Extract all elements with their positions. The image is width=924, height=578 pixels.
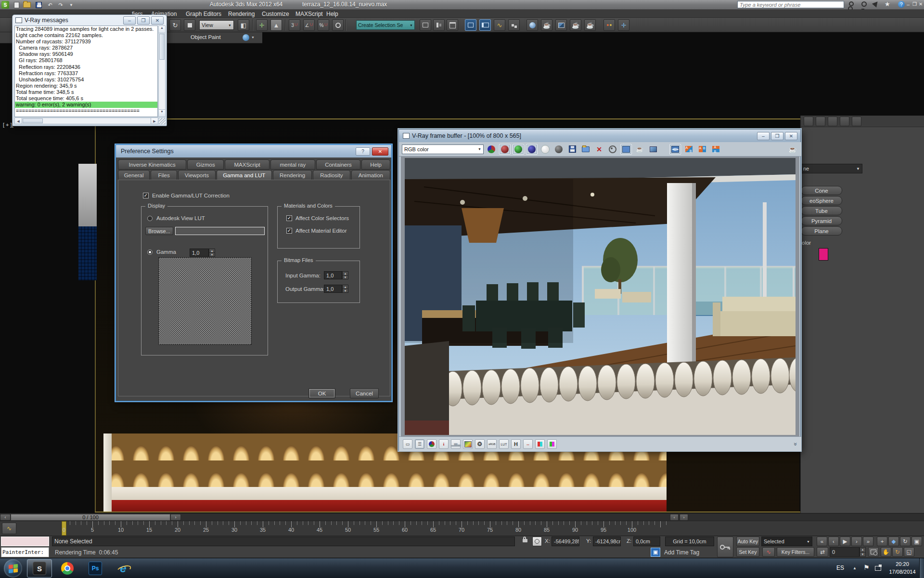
pan-hand-icon[interactable]: ✋ (881, 547, 891, 557)
taskbar-photoshop[interactable]: Ps (83, 559, 108, 578)
panel-icon-2[interactable] (816, 117, 825, 126)
menu-rendering[interactable]: Rendering (225, 10, 257, 18)
gamma-radio[interactable]: Gamma (147, 249, 176, 255)
timeline-mini-button-2[interactable]: › (680, 514, 688, 521)
show-desktop-button[interactable] (919, 558, 924, 578)
vfb-image-area[interactable] (401, 157, 799, 436)
scroll-up-arrow[interactable]: ▲ (159, 26, 165, 33)
scene-explorer-icon[interactable] (479, 19, 491, 31)
tab-rendering[interactable]: Rendering (273, 170, 312, 180)
snap-3d-icon[interactable]: 3∩ (289, 19, 300, 31)
track-bar[interactable]: ∿ 0 5 10 15 20 25 30 35 40 45 50 55 60 6… (0, 521, 924, 536)
tray-language[interactable]: ES (836, 565, 844, 571)
track-mouse-button[interactable] (607, 144, 618, 155)
spinner-up-icon[interactable]: ▲ (209, 249, 215, 253)
tab-mental-ray[interactable]: mental ray (270, 159, 315, 170)
curve-editor-icon[interactable]: ∿ (494, 19, 505, 31)
load-image-button[interactable] (580, 144, 591, 155)
monitor-icon[interactable] (647, 144, 659, 155)
create-plane-button[interactable]: Plane (801, 226, 842, 236)
time-slider-next[interactable]: › (170, 514, 181, 521)
orbit-subobject-icon[interactable]: ↻ (892, 547, 903, 557)
output-gamma-field[interactable]: 1,0 (324, 285, 342, 293)
selection-lock-icon[interactable]: ▲ (270, 19, 282, 31)
stereo-green-magenta-icon[interactable] (547, 439, 557, 449)
next-frame-button[interactable]: › (851, 537, 862, 546)
tray-clock[interactable]: 20:20 17/08/2014 (886, 560, 918, 577)
menu-customize[interactable]: Customize (259, 10, 292, 18)
spinner-down-icon[interactable]: ▼ (343, 276, 348, 279)
new-key-curve-icon[interactable]: ∿ (762, 547, 775, 557)
vray-messages-content[interactable]: Tracing 284089 image samples for light c… (14, 26, 158, 117)
spinner-up-icon[interactable]: ▲ (343, 285, 348, 289)
vray-messages-titlebar[interactable]: V-Ray messages – ❐ ✕ (13, 15, 167, 26)
vfb-titlebar[interactable]: V-Ray frame buffer - [100% of 800 x 565]… (399, 130, 800, 142)
tray-network-icon[interactable] (875, 565, 883, 571)
spinner-down-icon[interactable]: ▼ (209, 253, 215, 256)
start-button[interactable] (4, 559, 22, 578)
ab-compare-horizontal-button[interactable]: ◀▮▶ (669, 144, 681, 155)
isolate-selection-icon[interactable]: ▣ (651, 548, 660, 557)
rendered-frame-window-icon[interactable] (555, 19, 567, 31)
view-dropdown[interactable]: View ▼ (199, 20, 234, 30)
scroll-down-arrow[interactable]: ▼ (159, 109, 165, 117)
browse-button[interactable]: Browse... (145, 227, 173, 235)
preference-titlebar[interactable]: Preference Settings ? ✕ (116, 145, 391, 158)
spinner-down-icon[interactable]: ▼ (860, 552, 865, 557)
auto-key-button[interactable]: Auto Key (736, 537, 759, 546)
time-configuration-button[interactable] (868, 547, 879, 557)
stereo-red-cyan-icon[interactable] (535, 439, 545, 449)
save-image-button[interactable] (566, 144, 578, 155)
vray-teapot-icon[interactable]: ☕ (787, 144, 798, 155)
tray-action-center-icon[interactable]: ⚑ (863, 564, 870, 571)
ribbon-tab-object-paint[interactable]: Object Paint (191, 34, 221, 40)
spinner-snap-icon[interactable] (332, 19, 344, 31)
add-time-tag[interactable]: Add Time Tag (664, 549, 699, 556)
tab-containers[interactable]: Containers (316, 159, 361, 170)
graphite-ribbon-toggle-icon[interactable] (465, 19, 476, 31)
search-icon[interactable] (849, 1, 856, 7)
window-titlebar[interactable]: S ↶ ↷ ▼ Autodesk 3ds Max 2012 x64 terraz… (0, 0, 924, 10)
go-to-start-button[interactable]: « (817, 537, 827, 546)
render-iterative-icon[interactable]: ☕ (584, 19, 596, 31)
tab-maxscript[interactable]: MAXScript (225, 159, 270, 170)
vertical-scrollbar[interactable]: ▲ ▼ (158, 26, 166, 117)
zoom-extents-icon[interactable]: + (877, 537, 887, 546)
ok-button[interactable]: OK (308, 388, 335, 398)
taskbar-chrome[interactable] (55, 559, 80, 578)
absolute-mode-icon[interactable] (532, 537, 542, 546)
window-restore[interactable]: ❐ (912, 1, 917, 7)
restore-button[interactable]: ❐ (137, 16, 150, 25)
spinner-up-icon[interactable]: ▲ (860, 548, 865, 552)
spinner-down-icon[interactable]: ▼ (343, 289, 348, 292)
render-last-button[interactable]: ☕ (634, 144, 645, 155)
menu-help[interactable]: Help (323, 10, 341, 18)
ab-diagonal-button[interactable]: AB (683, 144, 694, 155)
cube-view-icon[interactable]: ▣ (911, 537, 922, 546)
key-shortcut-icon[interactable] (861, 1, 868, 7)
maximize-viewport-toggle[interactable]: ◱ (904, 547, 914, 557)
channel-dropdown[interactable]: RGB color ▼ (402, 144, 484, 154)
info-icon[interactable]: i (439, 439, 449, 449)
help-button[interactable]: ? (356, 147, 370, 156)
duplicate-buffer-icon[interactable]: ▭ (403, 439, 412, 449)
enable-gamma-checkbox[interactable]: ✓ Enable Gamma/LUT Correction (143, 193, 230, 198)
tray-hidden-icons[interactable]: ▲ (853, 566, 857, 570)
scroll-right-arrow[interactable]: ▶ (151, 118, 158, 124)
srgb-icon[interactable]: sRGB (487, 439, 497, 449)
x-coordinate-field[interactable]: -56499,285 (552, 537, 579, 546)
blue-channel-button[interactable] (526, 144, 538, 155)
ribbon-collapse-icon[interactable]: ▼ (251, 36, 255, 39)
gamma-value-field[interactable]: 1,0 (190, 249, 209, 257)
minimize-button[interactable]: – (757, 132, 770, 140)
cancel-button[interactable]: Cancel (350, 388, 379, 398)
tab-general[interactable]: General (118, 170, 150, 180)
rgb-preview-icon[interactable] (427, 439, 436, 449)
select-and-link-icon[interactable] (184, 19, 195, 31)
mono-channel-button[interactable] (553, 144, 565, 155)
percent-snap-icon[interactable]: %∩ (318, 19, 329, 31)
vfb-collapse-icon[interactable]: » (793, 443, 799, 446)
communication-center-icon[interactable] (872, 0, 880, 8)
selection-lock-icon[interactable] (520, 537, 530, 546)
panel-icon-5[interactable] (852, 117, 861, 126)
